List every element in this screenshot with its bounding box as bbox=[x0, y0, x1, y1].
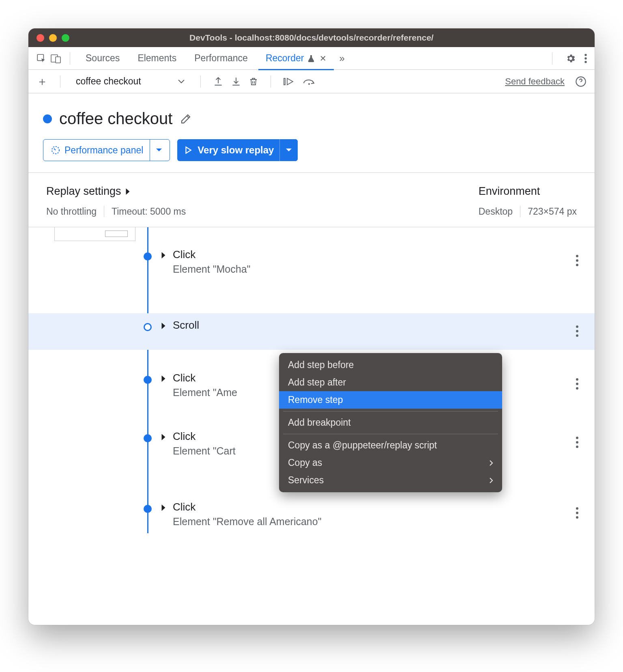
step-menu-icon[interactable] bbox=[576, 255, 578, 266]
menu-copy-as[interactable]: Copy as bbox=[279, 454, 502, 472]
help-icon[interactable] bbox=[575, 76, 586, 87]
devtools-window: DevTools - localhost:8080/docs/devtools/… bbox=[28, 28, 595, 625]
step-dot-icon bbox=[144, 505, 152, 513]
timeout-value: Timeout: 5000 ms bbox=[112, 206, 186, 217]
maximize-window-button[interactable] bbox=[62, 34, 69, 42]
step-menu-icon[interactable] bbox=[576, 437, 578, 448]
expand-caret-icon[interactable] bbox=[161, 322, 166, 330]
flask-icon bbox=[307, 54, 315, 62]
svg-point-3 bbox=[584, 54, 586, 56]
expand-caret-icon[interactable] bbox=[161, 433, 166, 441]
close-tab-icon[interactable]: ✕ bbox=[320, 54, 327, 63]
expand-caret-icon[interactable] bbox=[161, 252, 166, 259]
send-feedback-link[interactable]: Send feedback bbox=[505, 76, 565, 87]
menu-add-step-before[interactable]: Add step before bbox=[279, 356, 502, 374]
separator bbox=[552, 52, 552, 65]
tab-label: Elements bbox=[137, 53, 176, 64]
svg-rect-2 bbox=[56, 57, 60, 63]
menu-separator bbox=[283, 434, 498, 434]
settings-row: Replay settings No throttling Timeout: 5… bbox=[28, 173, 595, 227]
step-title: Click bbox=[173, 501, 570, 513]
button-label: Very slow replay bbox=[198, 144, 274, 156]
tab-recorder[interactable]: Recorder ✕ bbox=[258, 47, 334, 70]
separator bbox=[104, 206, 104, 217]
step-dot-icon bbox=[144, 434, 152, 442]
replay-settings-heading[interactable]: Replay settings bbox=[46, 185, 186, 198]
device-value: Desktop bbox=[479, 206, 513, 217]
svg-point-7 bbox=[308, 83, 310, 85]
expand-caret-icon[interactable] bbox=[161, 375, 166, 382]
menu-add-step-after[interactable]: Add step after bbox=[279, 374, 502, 391]
export-icon[interactable] bbox=[213, 76, 223, 87]
play-icon bbox=[185, 146, 192, 154]
step-through-icon[interactable] bbox=[283, 76, 295, 87]
titlebar: DevTools - localhost:8080/docs/devtools/… bbox=[28, 28, 595, 47]
environment-heading: Environment bbox=[479, 185, 577, 198]
replay-dropdown-toggle[interactable] bbox=[279, 139, 298, 161]
submenu-caret-icon bbox=[489, 477, 493, 484]
flow-title: coffee checkout bbox=[59, 110, 172, 128]
tab-elements[interactable]: Elements bbox=[130, 47, 184, 70]
separator bbox=[70, 52, 70, 65]
performance-panel-button[interactable]: Performance panel bbox=[43, 139, 170, 161]
settings-gear-icon[interactable] bbox=[565, 53, 576, 64]
tab-performance[interactable]: Performance bbox=[187, 47, 255, 70]
step-menu-icon[interactable] bbox=[576, 325, 578, 337]
kebab-menu-icon[interactable] bbox=[584, 53, 587, 64]
svg-point-5 bbox=[584, 60, 586, 62]
tab-label: Sources bbox=[86, 53, 120, 64]
timeline-step[interactable]: Click Element "Mocha" bbox=[28, 243, 595, 281]
menu-remove-step[interactable]: Remove step bbox=[279, 391, 502, 409]
new-recording-icon[interactable]: ＋ bbox=[37, 74, 48, 89]
timeline-step[interactable]: Click Element "Remove all Americano" bbox=[28, 495, 595, 533]
step-subtitle: Element "Remove all Americano" bbox=[173, 516, 570, 528]
step-context-menu: Add step before Add step after Remove st… bbox=[279, 353, 502, 492]
tab-label: Recorder bbox=[266, 53, 304, 64]
inspect-element-icon[interactable] bbox=[36, 53, 47, 64]
step-dot-icon bbox=[144, 323, 152, 331]
recording-dropdown[interactable]: coffee checkout bbox=[73, 76, 188, 87]
gauge-icon bbox=[51, 145, 60, 155]
tab-label: Performance bbox=[194, 53, 248, 64]
step-menu-icon[interactable] bbox=[576, 378, 578, 390]
recording-name: coffee checkout bbox=[76, 76, 141, 87]
menu-add-breakpoint[interactable]: Add breakpoint bbox=[279, 414, 502, 431]
svg-rect-6 bbox=[284, 78, 285, 85]
delete-icon[interactable] bbox=[249, 76, 258, 87]
recorder-toolbar: ＋ coffee checkout Send feedback bbox=[28, 70, 595, 93]
expand-caret-icon[interactable] bbox=[161, 504, 166, 511]
minimize-window-button[interactable] bbox=[49, 34, 57, 42]
menu-separator bbox=[283, 411, 498, 411]
separator bbox=[200, 75, 201, 88]
perf-dropdown-toggle[interactable] bbox=[150, 140, 162, 161]
close-window-button[interactable] bbox=[37, 34, 44, 42]
step-subtitle: Element "Mocha" bbox=[173, 263, 570, 275]
recording-indicator-icon bbox=[43, 114, 52, 123]
timeline-step[interactable]: Scroll bbox=[28, 313, 595, 350]
replay-button[interactable]: Very slow replay bbox=[177, 139, 298, 161]
step-menu-icon[interactable] bbox=[576, 507, 578, 519]
step-dot-icon bbox=[144, 376, 152, 384]
separator bbox=[271, 75, 271, 88]
window-title: DevTools - localhost:8080/docs/devtools/… bbox=[28, 33, 595, 43]
step-over-icon[interactable] bbox=[303, 77, 316, 86]
device-toggle-icon[interactable] bbox=[50, 53, 62, 64]
step-title: Click bbox=[173, 248, 570, 261]
chevron-down-icon bbox=[178, 79, 185, 84]
menu-services[interactable]: Services bbox=[279, 472, 502, 489]
menu-copy-puppeteer[interactable]: Copy as a @puppeteer/replay script bbox=[279, 437, 502, 454]
separator bbox=[520, 206, 520, 217]
tab-sources[interactable]: Sources bbox=[78, 47, 127, 70]
edit-title-icon[interactable] bbox=[180, 113, 192, 125]
throttling-value: No throttling bbox=[46, 206, 97, 217]
more-tabs-icon[interactable]: » bbox=[337, 53, 347, 64]
flow-header: coffee checkout Performance panel Very s… bbox=[28, 93, 595, 172]
screenshot-thumbnail[interactable] bbox=[54, 227, 135, 241]
import-icon[interactable] bbox=[231, 76, 241, 87]
panel-tabstrip: Sources Elements Performance Recorder ✕ … bbox=[28, 47, 595, 70]
button-label: Performance panel bbox=[64, 145, 143, 156]
traffic-lights bbox=[37, 34, 69, 42]
step-title: Scroll bbox=[173, 319, 570, 332]
svg-point-4 bbox=[584, 57, 586, 59]
separator bbox=[60, 75, 60, 88]
